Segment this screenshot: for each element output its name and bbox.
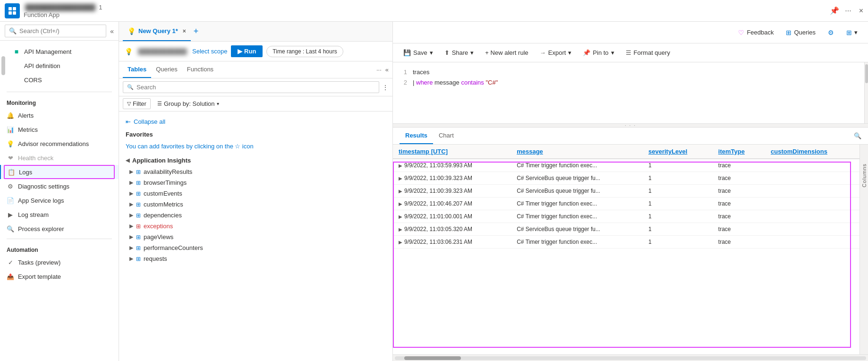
query-tab-add[interactable]: +	[194, 26, 199, 36]
row-expand-icon[interactable]: ▶	[399, 176, 402, 181]
panel-tabs-more-icon[interactable]: ···	[376, 66, 382, 73]
panel-tab-tables[interactable]: Tables	[123, 61, 151, 78]
row-expand-icon[interactable]: ▶	[399, 201, 402, 206]
cell-item-type: trace	[713, 236, 765, 249]
row-expand-icon[interactable]: ▶	[399, 214, 402, 219]
sidebar-item-export-template[interactable]: 📤 Export template	[0, 269, 119, 284]
format-query-button[interactable]: ☰ Format query	[622, 47, 674, 58]
row-expand-icon[interactable]: ▶	[399, 163, 402, 168]
table-row[interactable]: ▶9/9/2022, 11:03:59.993 AM C# Timer trig…	[393, 159, 859, 172]
code-content-1: traces	[413, 67, 429, 77]
search-more-icon[interactable]: ⋮	[382, 84, 389, 91]
sidebar-item-metrics[interactable]: 📊 Metrics	[0, 122, 119, 137]
horizontal-scrollbar[interactable]	[393, 354, 868, 361]
app-insights-group-header[interactable]: ◀ Application Insights	[119, 155, 392, 166]
sidebar-item-app-service-logs[interactable]: 📄 App Service logs	[0, 193, 119, 207]
favorites-title: Favorites	[119, 128, 392, 141]
table-item-custom-metrics[interactable]: ▶ ⊞ customMetrics	[119, 199, 392, 210]
app-name-blurred: ████████████████	[24, 4, 97, 11]
row-expand-icon[interactable]: ▶	[399, 227, 402, 232]
sidebar-item-logs[interactable]: 📋 Logs	[0, 165, 119, 179]
row-expand-icon[interactable]: ▶	[399, 189, 402, 194]
close-button[interactable]: ×	[859, 7, 863, 15]
pin-icon[interactable]: 📌	[830, 6, 839, 15]
table-row[interactable]: ▶9/9/2022, 11:03:06.231 AM C# Timer trig…	[393, 236, 859, 249]
table-item-availability[interactable]: ▶ ⊞ availabilityResults	[119, 166, 392, 177]
expand-button[interactable]: ⊞ ▾	[842, 27, 861, 38]
panel-search-box[interactable]: 🔍	[123, 81, 379, 93]
filter-button[interactable]: ▽ Filter	[123, 98, 151, 109]
sidebar-item-api-definition[interactable]: API definition	[6, 59, 119, 73]
table-item-custom-events[interactable]: ▶ ⊞ customEvents	[119, 188, 392, 199]
results-tab-chart[interactable]: Chart	[433, 128, 460, 144]
columns-sidebar[interactable]: Columns	[859, 145, 868, 354]
col-header-timestamp[interactable]: timestamp [UTC]	[393, 145, 511, 159]
table-row[interactable]: ▶9/9/2022, 11:00:39.323 AM C# ServiceBus…	[393, 172, 859, 185]
export-button[interactable]: → Export ▾	[536, 47, 576, 58]
code-editor[interactable]: 1 traces 2 | where message contains "C#"	[393, 62, 868, 124]
cell-severity: 1	[643, 198, 713, 210]
query-icon: 💡	[128, 27, 136, 35]
sidebar-item-process-explorer[interactable]: 🔍 Process explorer	[0, 222, 119, 236]
panel-search-input[interactable]	[136, 84, 375, 91]
sidebar-search-input[interactable]	[19, 27, 102, 34]
cell-severity: 1	[643, 172, 713, 185]
new-alert-rule-button[interactable]: + New alert rule	[481, 47, 532, 58]
col-header-severity[interactable]: severityLevel	[643, 145, 713, 159]
query-tab-close[interactable]: ×	[183, 28, 186, 34]
table-item-browser[interactable]: ▶ ⊞ browserTimings	[119, 177, 392, 188]
row-expand-icon: ▶	[129, 223, 133, 229]
app-number: 1	[99, 4, 102, 11]
row-expand-icon[interactable]: ▶	[399, 240, 402, 245]
run-button[interactable]: ▶ Run	[231, 45, 263, 57]
table-item-dependencies[interactable]: ▶ ⊞ dependencies	[119, 210, 392, 221]
share-button[interactable]: ⬆ Share ▾	[441, 47, 478, 58]
table-row[interactable]: ▶9/9/2022, 11:00:46.207 AM C# Timer trig…	[393, 198, 859, 210]
results-tab-results[interactable]: Results	[400, 128, 433, 144]
more-options-icon[interactable]: ···	[845, 7, 851, 15]
results-search-icon[interactable]: 🔍	[854, 132, 861, 139]
top-bar: ████████████████ 1 Function App 📌 ··· ×	[0, 0, 868, 22]
table-item-perf-counters[interactable]: ▶ ⊞ performanceCounters	[119, 242, 392, 253]
table-item-exceptions[interactable]: ▶ ⊞ exceptions	[119, 221, 392, 232]
time-range-button[interactable]: Time range : Last 4 hours	[266, 46, 343, 57]
resize-handle[interactable]: · · ·	[393, 124, 868, 128]
sidebar-item-health-check[interactable]: ❤ Health check	[0, 151, 119, 165]
table-row[interactable]: ▶9/9/2022, 11:01:00.001 AM C# Timer trig…	[393, 210, 859, 223]
scroll-track[interactable]	[395, 356, 866, 360]
pin-to-button[interactable]: 📌 Pin to ▾	[579, 47, 618, 58]
col-header-custom-dims[interactable]: customDimensions	[765, 145, 859, 159]
queries-button[interactable]: ⊞ Queries	[782, 27, 819, 38]
table-row[interactable]: ▶9/9/2022, 11:00:39.323 AM C# ServiceBus…	[393, 185, 859, 198]
table-item-requests[interactable]: ▶ ⊞ requests	[119, 253, 392, 264]
sidebar: 🔍 « ■ API Management API definition	[0, 22, 119, 361]
collapse-all-button[interactable]: ⇤ Collapse all	[119, 115, 392, 128]
feedback-button[interactable]: ♡ Feedback	[734, 27, 777, 38]
sidebar-item-advisor[interactable]: 💡 Advisor recommendations	[0, 137, 119, 151]
sidebar-item-api-management[interactable]: ■ API Management	[6, 44, 119, 59]
scroll-thumb[interactable]	[404, 356, 461, 360]
table-icon: ⊞	[136, 234, 141, 241]
sidebar-item-log-stream[interactable]: ▶ Log stream	[0, 207, 119, 222]
table-item-page-views[interactable]: ▶ ⊞ pageViews	[119, 232, 392, 242]
panel-tab-queries[interactable]: Queries	[151, 61, 182, 78]
save-button[interactable]: 💾 Save ▾	[400, 47, 437, 58]
sidebar-search-box[interactable]: 🔍	[5, 25, 106, 37]
settings-button[interactable]: ⚙	[824, 27, 838, 38]
group-by-button[interactable]: ☰ Group by: Solution ▾	[154, 99, 222, 109]
query-tab-new-query-1[interactable]: 💡 New Query 1* ×	[123, 22, 191, 41]
sidebar-item-diagnostic[interactable]: ⚙ Diagnostic settings	[0, 179, 119, 193]
panel-tab-functions[interactable]: Functions	[182, 61, 218, 78]
table-header-row: timestamp [UTC] message severityLevel it…	[393, 145, 859, 159]
table-icon: ⊞	[136, 245, 141, 251]
sidebar-item-cors[interactable]: CORS	[6, 73, 119, 87]
sidebar-collapse-icon[interactable]: «	[110, 27, 114, 35]
table-row[interactable]: ▶9/9/2022, 11:03:05.320 AM C# ServiceBus…	[393, 223, 859, 236]
sidebar-item-alerts[interactable]: 🔔 Alerts	[0, 108, 119, 122]
col-header-item-type[interactable]: itemType	[713, 145, 765, 159]
sidebar-item-tasks[interactable]: ✓ Tasks (preview)	[0, 255, 119, 269]
col-header-message[interactable]: message	[511, 145, 643, 159]
filter-icon: ▽	[127, 101, 131, 107]
select-scope-link[interactable]: Select scope	[192, 48, 227, 55]
panel-collapse-icon[interactable]: «	[385, 66, 389, 73]
